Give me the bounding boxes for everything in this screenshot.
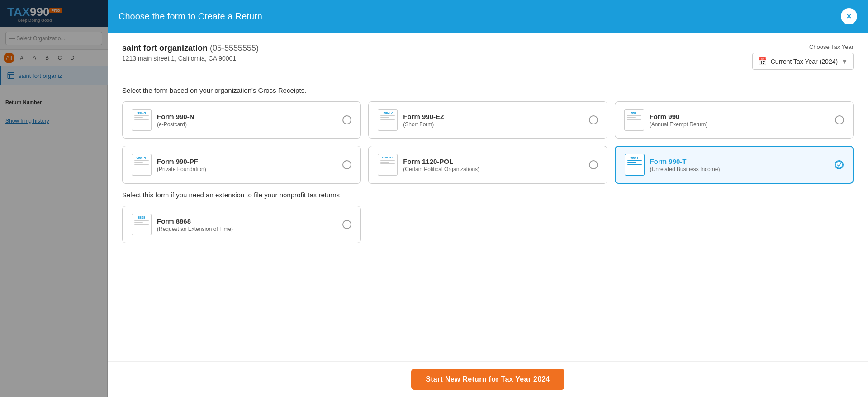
form-card-990n[interactable]: 990-N Form 990-N (e-Postcard) xyxy=(122,101,361,139)
extension-label: Select this form if you need an extensio… xyxy=(122,191,854,199)
form-desc-990n: (e-Postcard) xyxy=(157,121,337,128)
form-info-1120pol: Form 1120-POL (Certain Political Organiz… xyxy=(403,158,583,172)
selected-checkmark-icon xyxy=(835,160,843,169)
modal-footer: Start New Return for Tax Year 2024 xyxy=(108,361,868,397)
form-card-990ez[interactable]: 990-EZ Form 990-EZ (Short Form) xyxy=(368,101,607,139)
form-card-990[interactable]: 990 Form 990 (Annual Exempt Return) xyxy=(615,101,854,139)
form-icon-990n: 990-N xyxy=(132,109,152,131)
gross-receipts-label: Select the form based on your organizati… xyxy=(122,86,854,94)
org-address: 1213 main street 1, California, CA 90001 xyxy=(122,55,259,62)
modal-body: saint fort organization (05-5555555) 121… xyxy=(108,33,868,361)
org-info: saint fort organization (05-5555555) 121… xyxy=(122,43,259,62)
calendar-icon: 📅 xyxy=(758,57,767,66)
form-desc-990: (Annual Exempt Return) xyxy=(650,121,830,128)
start-new-return-button[interactable]: Start New Return for Tax Year 2024 xyxy=(411,369,564,390)
form-radio-990n[interactable] xyxy=(342,115,351,124)
form-icon-990pf: 990-PF xyxy=(132,154,152,176)
form-info-8868: Form 8868 (Request an Extension of Time) xyxy=(157,217,337,232)
extension-section: Select this form if you need an extensio… xyxy=(122,191,854,243)
form-radio-990[interactable] xyxy=(835,115,844,124)
form-radio-1120pol[interactable] xyxy=(589,160,598,169)
modal-header: Choose the form to Create a Return × xyxy=(108,0,868,33)
form-icon-990t: 990-T xyxy=(625,154,645,176)
forms-grid: 990-N Form 990-N (e-Postcard) 990-EZ xyxy=(122,101,854,184)
form-radio-990pf[interactable] xyxy=(342,160,351,169)
form-radio-990ez[interactable] xyxy=(589,115,598,124)
form-info-990n: Form 990-N (e-Postcard) xyxy=(157,113,337,128)
chevron-down-icon: ▼ xyxy=(841,58,848,65)
form-card-990t[interactable]: 990-T Form 990-T (Unrelated Business Inc… xyxy=(615,146,854,184)
form-info-990ez: Form 990-EZ (Short Form) xyxy=(403,113,583,128)
tax-year-section: Choose Tax Year 📅 Current Tax Year (2024… xyxy=(752,43,854,70)
tax-year-value: Current Tax Year (2024) xyxy=(771,58,838,65)
form-name-990pf: Form 990-PF xyxy=(157,158,337,165)
form-card-990pf[interactable]: 990-PF Form 990-PF (Private Foundation) xyxy=(122,146,361,184)
form-name-8868: Form 8868 xyxy=(157,217,337,225)
form-radio-990t[interactable] xyxy=(835,160,844,169)
form-desc-990ez: (Short Form) xyxy=(403,121,583,128)
org-full-name: saint fort organization (05-5555555) xyxy=(122,43,259,53)
form-name-990: Form 990 xyxy=(650,113,830,120)
tax-year-select[interactable]: 📅 Current Tax Year (2024) ▼ xyxy=(752,53,854,70)
form-card-1120pol[interactable]: 1120 POL Form 1120-POL (Certain Politica… xyxy=(368,146,607,184)
org-ein: (05-5555555) xyxy=(210,43,259,53)
form-icon-990ez: 990-EZ xyxy=(378,109,398,131)
form-card-8868[interactable]: 8868 Form 8868 (Request an Extension of … xyxy=(122,206,361,243)
form-radio-8868[interactable] xyxy=(342,220,351,229)
form-info-990t: Form 990-T (Unrelated Business Income) xyxy=(650,158,829,172)
close-modal-button[interactable]: × xyxy=(841,8,857,24)
modal-title: Choose the form to Create a Return xyxy=(119,11,262,22)
form-icon-8868: 8868 xyxy=(132,214,152,235)
form-desc-8868: (Request an Extension of Time) xyxy=(157,226,337,232)
form-info-990pf: Form 990-PF (Private Foundation) xyxy=(157,158,337,172)
form-name-990ez: Form 990-EZ xyxy=(403,113,583,120)
form-info-990: Form 990 (Annual Exempt Return) xyxy=(650,113,830,128)
form-desc-990pf: (Private Foundation) xyxy=(157,166,337,172)
svg-point-3 xyxy=(836,162,843,168)
form-name-990n: Form 990-N xyxy=(157,113,337,120)
create-return-modal: Choose the form to Create a Return × sai… xyxy=(108,0,868,397)
form-name-990t: Form 990-T xyxy=(650,158,829,165)
org-header: saint fort organization (05-5555555) 121… xyxy=(122,43,854,77)
form-desc-990t: (Unrelated Business Income) xyxy=(650,166,829,172)
form-icon-1120pol: 1120 POL xyxy=(378,154,398,176)
extension-grid: 8868 Form 8868 (Request an Extension of … xyxy=(122,206,854,243)
form-desc-1120pol: (Certain Political Organizations) xyxy=(403,166,583,172)
form-name-1120pol: Form 1120-POL xyxy=(403,158,583,165)
form-icon-990: 990 xyxy=(624,109,644,131)
tax-year-label: Choose Tax Year xyxy=(809,43,854,50)
